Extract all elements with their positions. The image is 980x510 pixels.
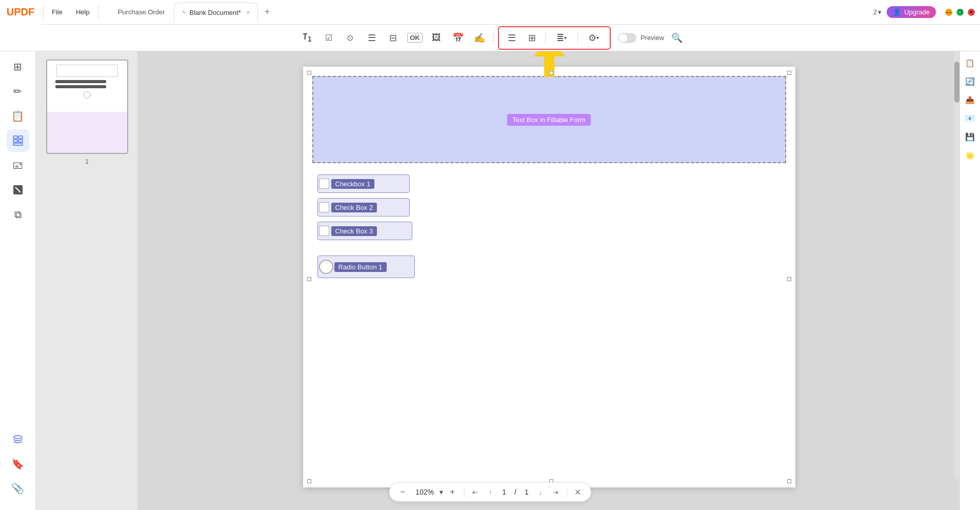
- svg-rect-4: [13, 143, 23, 145]
- checkbox-1[interactable]: Checkbox 1: [317, 174, 410, 193]
- tab-add-btn[interactable]: +: [260, 5, 274, 19]
- dropdown-button[interactable]: ⊟: [384, 28, 403, 48]
- sidebar-bookmarks[interactable]: 🔖: [7, 453, 29, 475]
- updf-logo: UPDF: [0, 0, 41, 25]
- text-field-icon: T1: [303, 32, 312, 43]
- sidebar-markup[interactable]: ✏: [7, 80, 29, 103]
- bottom-bar: − 102% ▾ + ⇤ ↑ 1 / 1 ↓ ⇥ ✕: [389, 482, 591, 502]
- radio-button-1[interactable]: Radio Button 1: [317, 256, 415, 278]
- topbar-separator-1: [43, 5, 44, 20]
- sel-handle-tl[interactable]: [307, 71, 311, 75]
- sidebar-thumbnails[interactable]: ⊞: [7, 55, 29, 78]
- search-icon[interactable]: 🔍: [671, 32, 683, 44]
- sidebar-organize[interactable]: 📋: [7, 105, 29, 127]
- radio-button[interactable]: ⊙: [341, 28, 360, 48]
- topbar-menu: File Help: [46, 5, 96, 19]
- sidebar-compare[interactable]: ⧉: [7, 203, 29, 226]
- window-count: 2 ▾: [873, 8, 882, 16]
- checkbox-2[interactable]: Check Box 2: [317, 198, 410, 217]
- svg-rect-0: [13, 136, 17, 139]
- page-next-btn[interactable]: ↓: [534, 485, 547, 499]
- zoom-in-btn[interactable]: +: [445, 485, 459, 499]
- right-icon-1[interactable]: 📋: [963, 55, 978, 71]
- list-button[interactable]: ☰: [362, 28, 382, 48]
- right-icon-5[interactable]: 💾: [963, 129, 978, 145]
- checkbox-3-box[interactable]: [319, 226, 329, 236]
- page-first-btn[interactable]: ⇤: [468, 485, 482, 499]
- vertical-scrollbar[interactable]: [954, 51, 959, 479]
- forms-icon-svg: [12, 134, 24, 147]
- tab-purchase-order[interactable]: Purchase.Order: [111, 3, 172, 22]
- text-field-button[interactable]: T1: [297, 28, 317, 48]
- preview-toggle[interactable]: Preview: [618, 33, 664, 43]
- dropdown-icon: ⊟: [389, 32, 397, 44]
- sel-handle-bl[interactable]: [307, 479, 311, 483]
- settings-dropdown-icon: ▾: [596, 35, 599, 41]
- thumb-line-1: [55, 80, 106, 83]
- main-canvas: Text Box in Fillable Form Checkbox 1 Che…: [138, 51, 959, 510]
- zoom-out-btn[interactable]: −: [395, 485, 410, 499]
- sel-handle-tr[interactable]: [787, 71, 791, 75]
- bottom-close-btn[interactable]: ✕: [571, 485, 585, 499]
- image-icon: 🖼: [432, 32, 441, 43]
- align-icon: ≣: [556, 32, 564, 44]
- form-list-btn[interactable]: ☰: [502, 28, 522, 48]
- checkbox-3[interactable]: Check Box 3: [317, 222, 412, 240]
- scrollbar-thumb[interactable]: [954, 62, 959, 103]
- toolbar-sep-3: [577, 31, 578, 45]
- zoom-dropdown-btn[interactable]: ▾: [439, 488, 443, 496]
- upgrade-button[interactable]: 👤 Upgrade: [887, 6, 936, 18]
- menu-file[interactable]: File: [46, 5, 69, 19]
- checkbox-button[interactable]: ☑: [319, 28, 338, 48]
- sel-handle-ml[interactable]: [307, 277, 311, 281]
- page-last-btn[interactable]: ⇥: [549, 485, 563, 499]
- page-prev-btn[interactable]: ↑: [484, 485, 497, 499]
- date-button[interactable]: 📅: [448, 28, 468, 48]
- right-icon-2[interactable]: 🔄: [963, 74, 978, 89]
- checkbox-icon: ☑: [325, 33, 332, 43]
- right-icon-3[interactable]: 📤: [963, 92, 978, 108]
- checkbox-2-box[interactable]: [319, 202, 329, 212]
- sidebar-forms[interactable]: [7, 129, 29, 152]
- radio-button-1-label: Radio Button 1: [334, 262, 387, 272]
- date-icon: 📅: [452, 32, 464, 44]
- minimize-btn[interactable]: —: [945, 9, 952, 16]
- close-btn[interactable]: ✕: [968, 9, 975, 16]
- tab-close-btn[interactable]: ×: [246, 8, 250, 16]
- window-controls: — ❐ ✕: [945, 9, 975, 16]
- tab-blank-document[interactable]: ✎ Blank Document* ×: [174, 3, 258, 22]
- checkbox-1-box[interactable]: [319, 179, 329, 189]
- sidebar-redact[interactable]: [7, 179, 29, 201]
- sel-handle-br[interactable]: [787, 479, 791, 483]
- right-icon-4[interactable]: 📧: [963, 111, 978, 126]
- list-icon: ☰: [368, 32, 376, 44]
- signature-button[interactable]: ✍: [470, 28, 489, 48]
- radio-button-1-circle[interactable]: [319, 260, 333, 274]
- redact-icon-svg: [12, 184, 24, 195]
- sel-handle-tm[interactable]: [549, 71, 553, 75]
- topbar: UPDF File Help Purchase.Order ✎ Blank Do…: [0, 0, 980, 25]
- upgrade-label: Upgrade: [904, 8, 930, 16]
- maximize-btn[interactable]: ❐: [956, 9, 964, 16]
- signature-icon: ✍: [474, 32, 485, 44]
- page-thumbnail-1[interactable]: [46, 60, 128, 154]
- tab-purchase-order-label: Purchase.Order: [118, 8, 165, 16]
- sidebar-stamp[interactable]: 🖃: [7, 154, 29, 176]
- toolbar-sep-2: [545, 31, 546, 45]
- sel-handle-mr[interactable]: [787, 277, 791, 281]
- ok-button[interactable]: OK: [405, 28, 425, 48]
- svg-point-7: [14, 436, 22, 439]
- settings-btn[interactable]: ⚙ ▾: [581, 28, 607, 48]
- tab-blank-document-label: Blank Document*: [189, 9, 241, 16]
- sidebar-attachments[interactable]: 📎: [7, 477, 29, 500]
- svg-rect-3: [18, 140, 23, 142]
- toggle-switch[interactable]: [618, 33, 636, 43]
- sidebar-layers[interactable]: [7, 428, 29, 450]
- menu-help[interactable]: Help: [70, 5, 96, 19]
- image-button[interactable]: 🖼: [427, 28, 446, 48]
- right-icon-6[interactable]: 🌟: [963, 148, 978, 163]
- form-grid-btn[interactable]: ⊞: [523, 28, 542, 48]
- form-textbox-main[interactable]: Text Box in Fillable Form: [312, 76, 786, 163]
- align-btn[interactable]: ≣ ▾: [549, 28, 574, 48]
- thumb-top: [47, 61, 127, 112]
